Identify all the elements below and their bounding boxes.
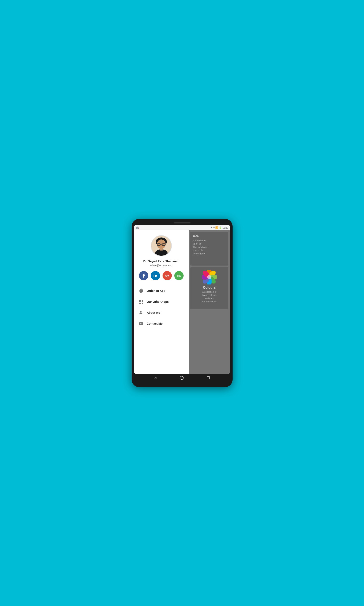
drawer-panel: Dr. Seyed Reza Shahamiri admin@rezanet.c…	[134, 225, 189, 374]
status-bar-right: LTE 📶 🔋 12:12	[211, 226, 228, 229]
avatar-container	[151, 235, 172, 256]
bg-card-colours-title: Colours	[203, 286, 216, 290]
rg-label: RG	[177, 274, 181, 277]
svg-point-3	[157, 240, 166, 249]
android-icon	[138, 288, 143, 293]
menu-item-about-me[interactable]: About Me	[137, 307, 186, 318]
social-icons-row: g+ RG	[137, 271, 185, 280]
grid-icon	[138, 299, 143, 304]
svg-point-19	[207, 275, 211, 279]
bg-card-iata-text: s and chantst part ofThe words andeserve…	[193, 239, 226, 255]
bg-card-colours: Colours A collection ofMāori coloursand …	[190, 267, 228, 309]
svg-rect-9	[154, 275, 154, 277]
lte-indicator: LTE	[211, 227, 215, 229]
user-email: admin@rezanet.com	[150, 264, 173, 267]
bg-card-colours-text: A collection ofMāori coloursand theirpro…	[201, 290, 217, 303]
about-me-label: About Me	[147, 311, 160, 314]
person-icon	[138, 310, 143, 315]
linkedin-button[interactable]	[151, 271, 160, 280]
app-icon: 🤖	[136, 226, 139, 229]
contact-me-label: Contact Me	[147, 322, 163, 325]
menu-item-contact-me[interactable]: Contact Me	[137, 318, 186, 329]
device-frame: 🤖 LTE 📶 🔋 12:12	[132, 219, 233, 387]
battery-icon: 🔋	[219, 226, 222, 229]
order-app-label: Order an App	[147, 289, 166, 293]
time-display: 12:12	[222, 226, 228, 229]
device-bottom	[134, 382, 230, 385]
home-button[interactable]	[180, 376, 183, 380]
menu-item-other-apps[interactable]: Our Other Apps	[137, 296, 186, 307]
screen: 🤖 LTE 📶 🔋 12:12	[134, 225, 230, 374]
menu-items: Order an App Our Other Apps	[134, 285, 189, 329]
recents-button[interactable]	[207, 377, 210, 379]
bg-card-iata: iata s and chantst part ofThe words ande…	[190, 232, 228, 266]
other-apps-label: Our Other Apps	[147, 300, 169, 303]
back-button[interactable]: ◁	[154, 376, 156, 380]
facebook-button[interactable]	[139, 271, 148, 280]
bg-card-iata-title: iata	[193, 234, 226, 238]
googleplus-button[interactable]: g+	[163, 271, 172, 280]
speaker	[174, 222, 191, 223]
status-bar-left: 🤖	[136, 226, 139, 229]
researchgate-button[interactable]: RG	[174, 271, 183, 280]
email-icon	[138, 321, 143, 326]
signal-icon: 📶	[215, 226, 218, 229]
menu-item-order-app[interactable]: Order an App	[137, 285, 186, 296]
user-name: Dr. Seyed Reza Shahamiri	[142, 260, 181, 263]
bottom-nav: ◁	[134, 374, 230, 382]
colour-flower-svg	[202, 270, 217, 284]
background-content: iata s and chantst part ofThe words ande…	[189, 225, 230, 374]
svg-point-10	[154, 274, 154, 275]
status-bar: 🤖 LTE 📶 🔋 12:12	[134, 225, 230, 230]
gplus-label: g+	[165, 274, 169, 278]
avatar	[151, 235, 172, 256]
svg-rect-8	[160, 248, 163, 250]
